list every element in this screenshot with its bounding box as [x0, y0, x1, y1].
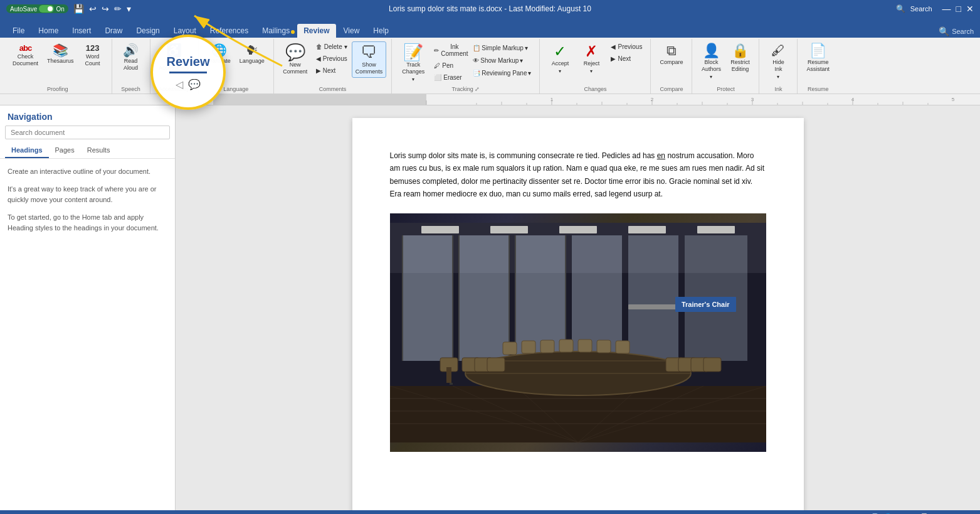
tracking-expand-icon[interactable]: ⤢	[475, 86, 480, 92]
ribbon-group-speech: 🔊 ReadAloud Speech	[112, 39, 150, 94]
translate-button[interactable]: 🌐 Translate	[204, 41, 234, 67]
autosave-toggle[interactable]	[39, 5, 54, 13]
restrict-editing-button[interactable]: 🔒 RestrictEditing	[726, 41, 754, 75]
reject-button[interactable]: ✗ Reject ▾	[576, 41, 606, 77]
document-image-container: Trainer's Chair	[390, 213, 766, 452]
tab-view[interactable]: View	[337, 24, 366, 38]
check-document-label: CheckDocument	[13, 53, 38, 67]
restrict-editing-label: RestrictEditing	[730, 59, 750, 73]
review-circle: Review ◁ 💬	[176, 105, 226, 110]
trainer-chair-label: Trainer's Chair	[675, 297, 736, 312]
title-search[interactable]: Search	[910, 5, 932, 13]
undo-icon[interactable]: ↩	[88, 3, 98, 15]
pen-label: Pen	[442, 62, 453, 69]
hide-ink-button[interactable]: 🖋 HideInk ▾	[764, 41, 792, 82]
previous-comment-icon: ◀	[316, 55, 321, 62]
maximize-icon[interactable]: □	[956, 4, 961, 14]
next-comment-label: Next	[323, 67, 336, 74]
search-icon[interactable]: 🔍	[896, 4, 905, 13]
previous-comment-button[interactable]: ◀ Previous	[313, 53, 350, 64]
tab-review[interactable]: Review	[297, 24, 335, 38]
title-bar: AutoSave On 💾 ↩ ↪ ✏ ▾ Loris sump dolor s…	[0, 0, 980, 18]
accept-button[interactable]: ✓ Accept ▾	[545, 41, 575, 77]
eraser-icon: ⬜	[434, 74, 441, 81]
resume-assistant-icon: 📄	[809, 44, 826, 58]
accept-label: Accept	[552, 60, 569, 67]
hide-ink-label: HideInk	[772, 59, 784, 73]
conference-room-svg	[390, 213, 766, 452]
autosave-badge[interactable]: AutoSave On	[6, 4, 68, 13]
comments-sub-buttons: 🗑 Delete ▾ ◀ Previous ▶ Next	[313, 41, 350, 76]
track-changes-icon: 📝	[403, 44, 423, 60]
translate-icon: 🌐	[211, 44, 227, 56]
nav-tab-pages[interactable]: Pages	[49, 143, 81, 158]
ribbon-search-label[interactable]: Search	[952, 28, 974, 35]
tab-layout[interactable]: Layout	[167, 24, 203, 38]
tab-insert[interactable]: Insert	[66, 24, 97, 38]
check-document-button[interactable]: abc CheckDocument	[9, 41, 42, 70]
tab-home[interactable]: Home	[32, 24, 65, 38]
new-comment-label: NewComment	[283, 62, 307, 75]
main-area: Navigation Headings Pages Results Create…	[0, 105, 980, 510]
nav-tab-results[interactable]: Results	[81, 143, 117, 158]
new-comment-button[interactable]: 💬 NewComment	[279, 41, 312, 78]
check-accessibility-icon: ♿	[166, 44, 182, 56]
more-qat-icon[interactable]: ▾	[125, 3, 132, 15]
tab-file[interactable]: File	[6, 24, 31, 38]
svg-rect-61	[450, 383, 453, 385]
document-area[interactable]: Review ◁ 💬 Loris sump dolor sits mate is…	[176, 105, 980, 510]
language-buttons: 🌐 Translate 🗣 Language	[204, 41, 268, 85]
accessibility-group-label: Accessibility	[159, 85, 189, 92]
block-authors-label: BlockAuthors	[702, 59, 721, 73]
track-changes-button[interactable]: 📝 TrackChanges ▾	[397, 41, 429, 85]
reject-label: Reject	[584, 60, 600, 67]
previous-change-icon: ◀	[611, 43, 616, 50]
reviewing-pane-dropdown[interactable]: 📑 Reviewing Pane ▾	[470, 68, 534, 78]
read-aloud-button[interactable]: 🔊 ReadAloud	[117, 41, 145, 74]
language-icon: 🗣	[246, 44, 258, 56]
redo-icon[interactable]: ↪	[100, 3, 110, 15]
next-comment-button[interactable]: ▶ Next	[313, 65, 350, 76]
previous-change-button[interactable]: ◀ Previous	[608, 41, 645, 52]
resume-assistant-button[interactable]: 📄 ResumeAssistant	[803, 41, 833, 75]
language-button[interactable]: 🗣 Language	[236, 41, 268, 67]
simple-markup-dropdown[interactable]: 📋 Simple Markup ▾	[470, 43, 534, 53]
nav-tab-headings[interactable]: Headings	[5, 143, 49, 158]
tab-mailings[interactable]: Mailings	[256, 24, 296, 38]
svg-rect-68	[703, 358, 721, 372]
show-markup-dropdown[interactable]: 👁 Show Markup ▾	[470, 55, 534, 66]
compare-button[interactable]: ⧉ Compare	[656, 41, 687, 68]
next-comment-icon: ▶	[316, 67, 321, 74]
block-authors-button[interactable]: 👤 BlockAuthors ▾	[697, 41, 725, 82]
review-callout: Review ◁ 💬	[176, 105, 226, 110]
svg-rect-1	[213, 94, 426, 105]
tab-help[interactable]: Help	[367, 24, 395, 38]
thesaurus-button[interactable]: 📚 Thesaurus	[43, 41, 78, 67]
word-count-label: WordCount	[85, 53, 100, 67]
language-label: Language	[240, 58, 265, 65]
ruler-svg: 1 2 3 4 5	[213, 94, 966, 105]
delete-dropdown-icon: ▾	[344, 43, 347, 50]
mode-icon[interactable]: ✏	[113, 3, 123, 15]
show-comments-button[interactable]: 🗨 ShowComments	[352, 41, 387, 78]
next-change-button[interactable]: ▶ Next	[608, 53, 645, 64]
ribbon-search-icon[interactable]: 🔍	[939, 26, 949, 36]
eraser-button[interactable]: ⬜ Eraser	[431, 72, 468, 83]
minimize-icon[interactable]: —	[942, 4, 951, 14]
save-icon[interactable]: 💾	[72, 3, 85, 15]
tab-draw[interactable]: Draw	[98, 24, 129, 38]
pen-button[interactable]: 🖊 Pen	[431, 60, 468, 71]
close-icon[interactable]: ✕	[966, 4, 974, 14]
navigation-panel: Navigation Headings Pages Results Create…	[0, 105, 176, 510]
ink-comment-button[interactable]: ✏ Ink Comment	[431, 41, 468, 59]
delete-comment-button[interactable]: 🗑 Delete ▾	[313, 41, 350, 52]
tab-references[interactable]: References	[204, 24, 255, 38]
word-count-button[interactable]: 123 WordCount	[79, 41, 107, 70]
ribbon-group-resume: 📄 ResumeAssistant Resume	[798, 39, 838, 94]
navigation-search[interactable]	[5, 126, 170, 139]
check-accessibility-button[interactable]: ♿ CheckAccessibility	[155, 41, 193, 74]
tab-design[interactable]: Design	[130, 24, 166, 38]
nav-description-2: It's a great way to keep track of where …	[8, 184, 167, 206]
document-page[interactable]: Loris sump dolor sits mate is, is commun…	[352, 118, 804, 510]
ribbon-group-tracking: 📝 TrackChanges ▾ ✏ Ink Comment 🖊 Pen ⬜ E…	[392, 39, 540, 94]
